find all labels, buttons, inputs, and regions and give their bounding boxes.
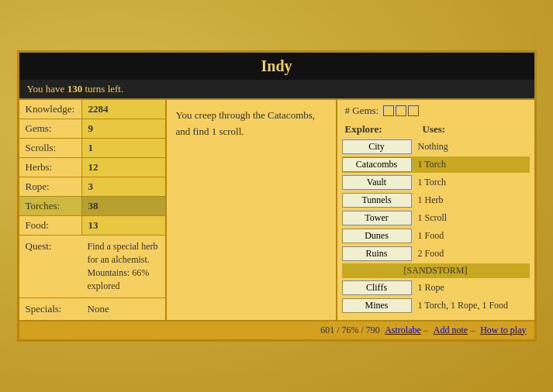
game-title: Indy [261,57,292,74]
explore-uses-0: Nothing [418,141,448,153]
explore-btn-8[interactable]: Cliffs [342,280,412,295]
stat-row-6: Food: 13 [19,216,165,236]
explore-row-8: Cliffs 1 Rope [342,280,530,296]
specials-value: None [81,298,165,320]
specials-row: Specials: None [19,298,165,320]
explore-row-3: Tunnels 1 Herb [342,192,530,208]
explore-btn-3[interactable]: Tunnels [342,193,412,208]
explore-btn-0[interactable]: City [342,139,412,154]
explore-btn-6[interactable]: Ruins [342,246,412,261]
sep2: – [468,325,477,335]
quest-value: Find a special herb for an alchemist. Mo… [81,236,165,297]
stat-row-1: Gems: 9 [19,119,165,139]
explore-uses-1: 1 Torch [418,159,447,170]
explore-btn-2[interactable]: Vault [342,175,412,190]
explore-uses-4: 1 Scroll [418,212,448,224]
explore-uses-9: 1 Torch, 1 Rope, 1 Food [418,300,509,311]
left-panel: Knowledge: 2284 Gems: 9 Scrolls: 1 Herbs… [19,100,167,319]
gem-box-1 [383,105,394,116]
stat-label-3: Herbs: [19,158,81,177]
main-window: Indy You have 130 turns left. Knowledge:… [17,50,537,341]
turns-suffix: turns left. [82,83,123,95]
explore-uses-8: 1 Rope [418,282,444,294]
stat-value-3: 12 [81,158,165,177]
middle-panel: You creep through the Catacombs, and fin… [167,100,337,319]
explore-row-5: Dunes 1 Food [342,228,530,244]
quest-label: Quest: [19,236,81,297]
specials-label: Specials: [19,298,81,320]
explore-row-1: Catacombs 1 Torch [342,156,530,173]
stat-label-1: Gems: [19,119,81,138]
add-note-link[interactable]: Add note [434,325,468,335]
explore-uses-6: 2 Food [418,248,444,260]
stat-row-4: Rope: 3 [19,177,165,197]
stat-row-3: Herbs: 12 [19,158,165,177]
gems-label: # Gems: [345,105,379,117]
turns-bar: You have 130 turns left. [19,80,534,98]
turns-prefix: You have [27,83,67,95]
uses-col-header: Uses: [423,123,527,136]
explore-col-header: Explore: [345,123,423,136]
explore-btn-1[interactable]: Catacombs [342,157,412,172]
explore-uses-5: 1 Food [418,230,444,242]
explore-uses-2: 1 Torch [418,177,447,188]
stats-container: Knowledge: 2284 Gems: 9 Scrolls: 1 Herbs… [19,100,165,236]
stat-value-0: 2284 [81,100,165,119]
turns-value: 130 [67,83,83,95]
explore-header: Explore: Uses: [342,122,530,137]
explore-row-6: Ruins 2 Food [342,246,530,262]
how-to-play-link[interactable]: How to play [480,325,526,335]
gems-row: # Gems: [342,103,530,119]
stat-row-5: Torches: 38 [19,197,165,216]
sandstorm-row: [SANDSTORM] [342,263,530,278]
explore-row-0: City Nothing [342,139,530,155]
gem-box-3 [408,105,419,116]
stat-value-1: 9 [81,119,165,138]
explore-container: City Nothing Catacombs 1 Torch Vault 1 T… [342,139,530,314]
gem-box-2 [396,105,406,116]
stat-label-5: Torches: [19,197,81,215]
explore-btn-9[interactable]: Mines [342,298,412,313]
right-panel: # Gems: Explore: Uses: City Nothing Cata… [337,100,534,319]
bottom-bar: 601 / 76% / 790 Astrolabe – Add note – H… [19,320,534,339]
stat-label-6: Food: [19,216,81,235]
stat-value-2: 1 [81,139,165,157]
content-area: Knowledge: 2284 Gems: 9 Scrolls: 1 Herbs… [19,98,534,319]
stat-label-0: Knowledge: [19,100,81,119]
stat-value-5: 38 [81,197,165,215]
narrative-text: You creep through the Catacombs, and fin… [176,109,316,137]
quest-row: Quest: Find a special herb for an alchem… [19,236,165,297]
astrolabe-link[interactable]: Astrolabe [385,325,421,335]
explore-row-9: Mines 1 Torch, 1 Rope, 1 Food [342,297,530,314]
stat-row-2: Scrolls: 1 [19,139,165,158]
stat-value-4: 3 [81,177,165,196]
explore-btn-5[interactable]: Dunes [342,229,412,243]
explore-row-4: Tower 1 Scroll [342,210,530,226]
explore-uses-3: 1 Herb [418,194,444,206]
stat-label-4: Rope: [19,177,81,196]
sep1: – [421,325,430,335]
bottom-stats: 601 / 76% / 790 [320,325,380,335]
stat-label-2: Scrolls: [19,139,81,157]
explore-btn-4[interactable]: Tower [342,211,412,225]
stat-value-6: 13 [81,216,165,235]
explore-row-2: Vault 1 Torch [342,174,530,191]
stat-row-0: Knowledge: 2284 [19,100,165,119]
title-bar: Indy [19,53,534,80]
